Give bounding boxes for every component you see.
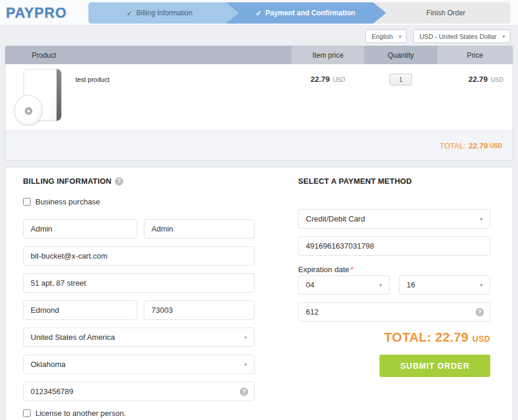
order-total: TOTAL: 22.79 USD [298, 330, 490, 345]
card-number-field[interactable] [298, 236, 490, 256]
cart-table-header: Product Item price Quantity Price [5, 46, 513, 64]
license-checkbox[interactable] [23, 409, 31, 417]
order-total-label: TOTAL: [384, 330, 431, 345]
zip-field[interactable] [144, 300, 255, 320]
locale-bar: English ▾ USD - United States Dollar ▾ [0, 26, 518, 45]
quantity-cell [364, 64, 437, 130]
license-label: License to another person. [35, 409, 126, 418]
state-select[interactable]: Oklahoma ▾ [23, 355, 255, 374]
submit-order-button[interactable]: SUBMIT ORDER [380, 355, 490, 377]
expiration-month-select[interactable]: 04 ▾ [298, 275, 390, 295]
billing-title: BILLING INFORMATION [23, 177, 111, 186]
check-icon: ✓ [126, 9, 133, 18]
check-icon: ✓ [255, 9, 262, 18]
product-image [14, 69, 65, 125]
help-icon[interactable]: ? [476, 308, 484, 316]
price-cell: 22.79 USD [437, 64, 513, 130]
payment-method-select[interactable]: Credit/Debit Card ▾ [298, 209, 490, 229]
first-name-field[interactable] [23, 219, 137, 239]
payment-title-row: SELECT A PAYMENT METHOD [298, 177, 490, 186]
state-value: Oklahoma [31, 360, 65, 369]
step-label: Finish Order [427, 9, 466, 17]
cart-table: Product Item price Quantity Price test p… [5, 45, 513, 161]
column-header-price: Price [437, 46, 513, 64]
quantity-input[interactable] [390, 74, 412, 85]
currency-select[interactable]: USD - United States Dollar ▾ [413, 29, 510, 43]
language-value: English [372, 33, 393, 40]
payment-title: SELECT A PAYMENT METHOD [298, 177, 412, 186]
step-payment-and-confirmation[interactable]: ✓ Payment and Confirmation [226, 2, 386, 24]
checkout-progress: ✓ Billing Information ✓ Payment and Conf… [88, 2, 510, 24]
column-header-quantity: Quantity [364, 46, 437, 64]
billing-title-row: BILLING INFORMATION ? [23, 177, 255, 186]
expiration-year-value: 16 [407, 280, 415, 289]
payment-section: SELECT A PAYMENT METHOD Credit/Debit Car… [298, 177, 490, 420]
country-select[interactable]: United States of America ▾ [23, 328, 255, 347]
payment-method-value: Credit/Debit Card [306, 214, 365, 223]
business-purchase-checkbox[interactable] [23, 198, 31, 206]
business-purchase-row[interactable]: Business purchase [23, 197, 255, 206]
help-icon[interactable]: ? [115, 177, 123, 186]
product-cell: test product [5, 64, 292, 130]
total-amount: 22.79 [468, 141, 488, 150]
expiration-year-select[interactable]: 16 ▾ [399, 275, 490, 295]
step-finish-order: Finish Order [373, 2, 510, 24]
cvv-field[interactable] [298, 302, 490, 322]
table-row: test product 22.79 USD 22.79 USD [5, 64, 513, 130]
price-currency: USD [491, 77, 503, 83]
help-icon[interactable]: ? [240, 388, 248, 396]
order-total-amount: 22.79 [435, 330, 469, 345]
total-currency: USD [490, 143, 502, 149]
license-row[interactable]: License to another person. [23, 409, 255, 418]
item-price-cell: 22.79 USD [292, 64, 364, 130]
chevron-down-icon: ▾ [399, 34, 402, 39]
cart-total-row: TOTAL: 22.79 USD [5, 130, 513, 160]
product-name: test product [65, 69, 109, 130]
paypro-logo: PAYPRO [6, 5, 88, 21]
price-amount: 22.79 [468, 75, 488, 84]
chevron-down-icon: ▾ [480, 282, 483, 288]
chevron-down-icon: ▾ [379, 282, 382, 288]
order-total-currency: USD [473, 334, 490, 343]
city-field[interactable] [23, 300, 137, 320]
chevron-down-icon: ▾ [244, 362, 247, 368]
last-name-field[interactable] [144, 219, 255, 239]
chevron-down-icon: ▾ [480, 216, 483, 222]
expiration-month-value: 04 [306, 280, 314, 289]
language-select[interactable]: English ▾ [365, 29, 407, 43]
step-label: Billing Information [136, 9, 192, 17]
currency-value: USD - United States Dollar [420, 33, 497, 40]
checkout-form: BILLING INFORMATION ? Business purchase … [5, 167, 513, 420]
required-asterisk: * [351, 265, 354, 274]
header: PAYPRO ✓ Billing Information ✓ Payment a… [0, 0, 518, 26]
total-label: TOTAL: [440, 141, 466, 150]
expiration-date-label: Expiration date * [298, 263, 490, 275]
address-field[interactable] [23, 273, 255, 293]
item-price-amount: 22.79 [311, 75, 330, 84]
billing-section: BILLING INFORMATION ? Business purchase … [23, 177, 255, 420]
phone-field[interactable] [23, 382, 255, 401]
country-value: United States of America [31, 333, 115, 342]
item-price-currency: USD [333, 77, 345, 83]
email-field[interactable] [23, 246, 255, 266]
chevron-down-icon: ▾ [502, 34, 505, 39]
step-billing-information[interactable]: ✓ Billing Information [88, 2, 239, 24]
business-purchase-label: Business purchase [35, 197, 100, 206]
chevron-down-icon: ▾ [244, 335, 247, 340]
column-header-item-price: Item price [292, 46, 364, 64]
step-label: Payment and Confirmation [265, 9, 355, 17]
column-header-product: Product [5, 46, 292, 64]
